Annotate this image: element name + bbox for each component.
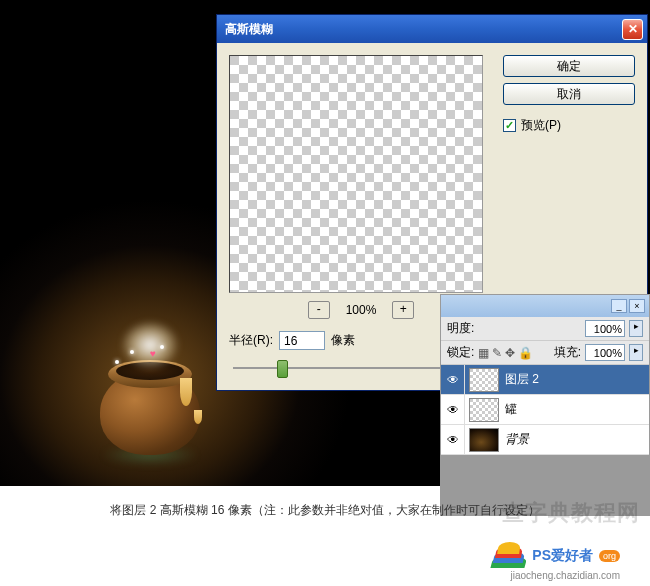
layer-thumbnail[interactable] [469,368,499,392]
site-logo: PS爱好者 org [492,544,620,568]
lock-paint-icon[interactable]: ✎ [492,346,502,360]
opacity-arrow-button[interactable]: ▸ [629,320,643,337]
dialog-titlebar[interactable]: 高斯模糊 ✕ [217,15,647,43]
eye-icon: 👁 [447,373,459,387]
layer-list: 👁 图层 2 👁 罐 👁 背景 [441,365,649,455]
layer-row[interactable]: 👁 罐 [441,395,649,425]
layer-name[interactable]: 背景 [503,431,649,448]
panel-close-button[interactable]: × [629,299,645,313]
layer-name[interactable]: 罐 [503,401,649,418]
logo-url: jiaocheng.chazidian.com [510,570,620,581]
logo-badge: org [599,550,620,562]
opacity-label: 明度: [447,320,474,337]
screenshot-area: ♥ 查字典教程网 高斯模糊 ✕ - 100% + 半径(R): 像素 [0,0,650,486]
dialog-title: 高斯模糊 [225,21,622,38]
lock-position-icon[interactable]: ✥ [505,346,515,360]
panel-minimize-button[interactable]: _ [611,299,627,313]
lock-icons[interactable]: ▦ ✎ ✥ 🔒 [478,346,533,360]
radius-unit: 像素 [331,332,355,349]
zoom-in-button[interactable]: + [392,301,414,319]
visibility-toggle[interactable]: 👁 [441,365,465,395]
close-icon: ✕ [628,22,638,36]
lock-transparency-icon[interactable]: ▦ [478,346,489,360]
opacity-input[interactable] [585,320,625,337]
fill-arrow-button[interactable]: ▸ [629,344,643,361]
close-button[interactable]: ✕ [622,19,643,40]
eye-icon: 👁 [447,433,459,447]
panel-tabs: _ × [441,295,649,317]
zoom-value: 100% [346,303,377,317]
preview-checkbox-label: 预览(P) [521,117,561,134]
layer-thumbnail[interactable] [469,428,499,452]
preview-area[interactable] [229,55,483,293]
layer-name[interactable]: 图层 2 [503,371,649,388]
eye-icon: 👁 [447,403,459,417]
layer-thumbnail[interactable] [469,398,499,422]
logo-icon [492,544,526,568]
preview-checkbox[interactable]: ✓ [503,119,516,132]
layers-panel: _ × 明度: ▸ 锁定: ▦ ✎ ✥ 🔒 填充: ▸ 👁 [440,294,650,516]
footer-watermark: 查字典教程网 [502,498,640,528]
lock-label: 锁定: [447,344,474,361]
honey-pot-artwork: ♥ [90,340,210,460]
logo-text: PS爱好者 [532,547,593,565]
zoom-out-button[interactable]: - [308,301,330,319]
fill-input[interactable] [585,344,625,361]
layer-row[interactable]: 👁 图层 2 [441,365,649,395]
radius-label: 半径(R): [229,332,273,349]
visibility-toggle[interactable]: 👁 [441,395,465,425]
ok-button[interactable]: 确定 [503,55,635,77]
layer-row[interactable]: 👁 背景 [441,425,649,455]
lock-all-icon[interactable]: 🔒 [518,346,533,360]
fill-label: 填充: [554,344,581,361]
visibility-toggle[interactable]: 👁 [441,425,465,455]
cancel-button[interactable]: 取消 [503,83,635,105]
radius-input[interactable] [279,331,325,350]
slider-thumb[interactable] [277,360,288,378]
